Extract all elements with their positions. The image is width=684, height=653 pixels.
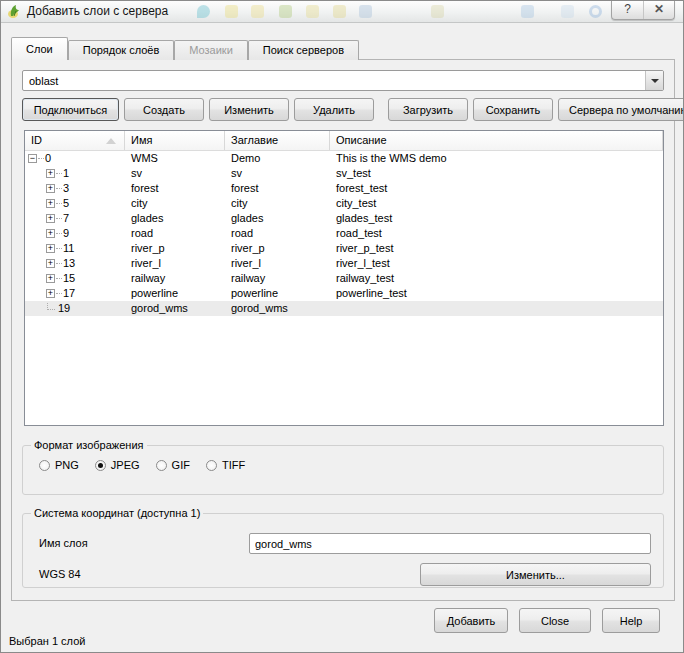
layers-tab-panel: oblast ПодключитьсяСоздатьИзменитьУдалит… [11,59,675,601]
tab-layers[interactable]: Слои [11,37,68,60]
tab-layer-order[interactable]: Порядок слоёв [68,40,175,60]
layer-row[interactable]: 19gorod_wmsgorod_wms [25,301,663,316]
expand-icon[interactable] [46,274,55,283]
crs-row: WGS 84 Изменить... [23,563,651,586]
collapse-icon[interactable] [28,154,37,163]
sort-ascending-icon [106,138,116,144]
crs-legend: Система координат (доступна 1) [31,507,203,519]
status-text: Выбран 1 слой [9,635,85,647]
connect-button[interactable]: Подключиться [22,98,119,121]
tree-leaf-connector-icon [47,303,55,310]
layer-name-label: Имя слоя [39,537,88,549]
new-button[interactable]: Создать [124,98,204,121]
window-title: Добавить слои с сервера [27,4,168,18]
expand-icon[interactable] [46,259,55,268]
expand-icon[interactable] [46,289,55,298]
dialog-button-box: Добавить Close Help [434,608,660,633]
server-connection-select[interactable]: oblast [22,70,664,91]
table-body: 0WMSDemoThis is the WMS demo1svsvsv_test… [25,151,663,316]
layer-row[interactable]: 0WMSDemoThis is the WMS demo [25,151,663,166]
row-title-cell: gorod_wms [225,301,330,316]
image-format-legend: Формат изображения [31,439,147,451]
change-crs-button[interactable]: Изменить... [420,563,651,586]
tab-bar: СлоиПорядок слоёвМозаикиПоиск серверов [11,37,359,60]
radio-button-icon [206,460,217,471]
ghost-icon [306,5,319,18]
load-button[interactable]: Загрузить [388,98,468,121]
format-radio-tiff[interactable]: TIFF [206,459,245,471]
table-header: IDИмяЗаглавиеОписание [25,131,663,151]
combo-dropdown-button[interactable] [645,71,663,90]
column-header-описание[interactable]: Описание [330,131,663,150]
row-title-cell: Demo [225,151,330,166]
row-title-cell: powerline [225,286,330,301]
expand-icon[interactable] [46,199,55,208]
help-button[interactable]: Help [602,608,660,633]
layer-name-input[interactable] [249,533,651,554]
format-radio-png[interactable]: PNG [39,459,79,471]
layer-row[interactable]: 17powerlinepowerlinepowerline_test [25,286,663,301]
radio-button-icon [95,460,106,471]
crs-group: Система координат (доступна 1) Имя слоя … [22,507,664,588]
layer-name-row: Имя слоя [23,533,651,554]
format-radio-gif[interactable]: GIF [156,459,190,471]
row-title-cell: railway [225,271,330,286]
row-name-cell: river_l [125,256,225,271]
default-servers-button[interactable]: Сервера по умолчанию [558,98,684,121]
layer-row[interactable]: 5citycitycity_test [25,196,663,211]
close-dialog-button[interactable]: Close [519,608,591,633]
window-help-button[interactable]: ? [612,1,643,19]
row-title-cell: sv [225,166,330,181]
row-description-cell: river_p_test [330,241,663,256]
add-button[interactable]: Добавить [434,608,508,633]
qgis-app-icon [7,4,22,19]
row-title-cell: river_p [225,241,330,256]
column-header-имя[interactable]: Имя [125,131,225,150]
ghost-icon [359,5,372,18]
titlebar: Добавить слои с сервера ? ✕ [1,1,683,23]
chevron-down-icon [651,79,659,83]
crs-value-label: WGS 84 [39,568,81,580]
expand-icon[interactable] [46,214,55,223]
layer-row[interactable]: 11river_priver_priver_p_test [25,241,663,256]
expand-icon[interactable] [46,184,55,193]
row-name-cell: river_p [125,241,225,256]
delete-button[interactable]: Удалить [294,98,374,121]
tab-tilesets: Мозаики [174,40,248,60]
row-id-cell: 7 [25,211,125,226]
row-name-cell: glades [125,211,225,226]
row-description-cell: river_l_test [330,256,663,271]
expand-icon[interactable] [46,169,55,178]
row-name-cell: WMS [125,151,225,166]
layer-row[interactable]: 9roadroadroad_test [25,226,663,241]
layer-row[interactable]: 3forestforestforest_test [25,181,663,196]
save-button[interactable]: Сохранить [473,98,553,121]
column-header-id[interactable]: ID [25,131,125,150]
row-description-cell: sv_test [330,166,663,181]
window-close-button[interactable]: ✕ [643,1,674,19]
row-description-cell: forest_test [330,181,663,196]
row-name-cell: sv [125,166,225,181]
format-radio-jpeg[interactable]: JPEG [95,459,140,471]
row-id-cell: 9 [25,226,125,241]
caption-buttons: ? ✕ [611,1,675,20]
ghost-icon [251,5,264,18]
ghost-icon [431,5,444,18]
layer-row[interactable]: 13river_lriver_lriver_l_test [25,256,663,271]
row-name-cell: railway [125,271,225,286]
layer-row[interactable]: 1svsvsv_test [25,166,663,181]
row-title-cell: road [225,226,330,241]
row-name-cell: road [125,226,225,241]
row-title-cell: glades [225,211,330,226]
row-id-cell: 13 [25,256,125,271]
tab-server-search[interactable]: Поиск серверов [248,40,359,60]
column-header-заглавие[interactable]: Заглавие [225,131,330,150]
expand-icon[interactable] [46,229,55,238]
layer-row[interactable]: 15railwayrailwayrailway_test [25,271,663,286]
row-id-cell: 15 [25,271,125,286]
layer-row[interactable]: 7gladesgladesglades_test [25,211,663,226]
expand-icon[interactable] [46,244,55,253]
row-name-cell: gorod_wms [125,301,225,316]
row-title-cell: city [225,196,330,211]
edit-button[interactable]: Изменить [209,98,289,121]
